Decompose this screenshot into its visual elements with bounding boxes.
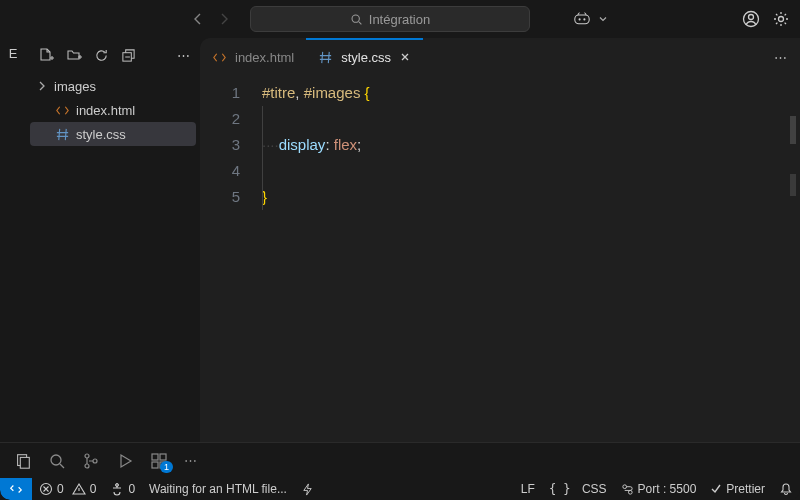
eol-status[interactable]: LF <box>514 478 542 500</box>
css-file-icon <box>54 127 70 142</box>
extensions-icon[interactable]: 1 <box>150 452 168 470</box>
minimap[interactable] <box>790 116 800 226</box>
activity-bar: E <box>0 38 26 442</box>
tab-label: style.css <box>341 50 391 65</box>
ports-status[interactable]: 0 <box>103 478 142 500</box>
title-bar: Intégration <box>0 0 800 38</box>
prettier-status[interactable]: Prettier <box>703 478 772 500</box>
svg-point-6 <box>779 17 784 22</box>
tab-label: index.html <box>235 50 294 65</box>
chevron-down-icon[interactable] <box>598 14 608 24</box>
svg-point-21 <box>628 490 632 494</box>
html-file-icon <box>212 50 227 65</box>
tree-file-style[interactable]: style.css <box>30 122 196 146</box>
language-status[interactable]: { } CSS <box>542 478 614 500</box>
command-center[interactable]: Intégration <box>250 6 530 32</box>
svg-point-11 <box>85 454 89 458</box>
panel-more-icon[interactable]: ⋯ <box>184 453 197 468</box>
svg-point-10 <box>51 455 61 465</box>
code-editor[interactable]: 1 2 3 4 5 #titre, #images { ····display:… <box>200 76 800 210</box>
status-bar: 0 0 0 Waiting for an HTML file... LF { }… <box>0 478 800 500</box>
file-tree: images index.html style.css <box>26 72 200 146</box>
line-gutter: 1 2 3 4 5 <box>200 80 262 210</box>
copilot-icon[interactable] <box>572 11 592 27</box>
tab-index-html[interactable]: index.html <box>200 38 306 76</box>
svg-rect-14 <box>152 454 158 460</box>
new-file-icon[interactable] <box>38 47 54 63</box>
tab-style-css[interactable]: style.css <box>306 38 423 76</box>
tree-item-label: style.css <box>76 127 126 142</box>
svg-point-13 <box>93 459 97 463</box>
action-icon[interactable] <box>294 478 321 500</box>
remote-indicator[interactable] <box>0 478 32 500</box>
svg-point-5 <box>749 15 754 20</box>
files-icon[interactable] <box>14 452 32 470</box>
search-panel-icon[interactable] <box>48 452 66 470</box>
svg-point-0 <box>352 15 359 22</box>
explorer-actions: ⋯ <box>26 38 200 72</box>
nav-back-icon[interactable] <box>190 11 206 27</box>
tree-folder-images[interactable]: images <box>26 74 200 98</box>
svg-point-12 <box>85 464 89 468</box>
svg-rect-9 <box>20 457 29 468</box>
close-icon[interactable] <box>399 51 411 63</box>
search-icon <box>350 13 363 26</box>
svg-rect-17 <box>160 454 166 460</box>
settings-gear-icon[interactable] <box>772 10 790 28</box>
svg-point-2 <box>579 18 581 20</box>
svg-point-3 <box>583 18 585 20</box>
explorer-label[interactable]: E <box>9 46 18 61</box>
editor-area: index.html style.css ⋯ 1 2 3 4 5 #titre,… <box>200 38 800 442</box>
extensions-badge: 1 <box>160 461 173 473</box>
notifications-icon[interactable] <box>772 478 800 500</box>
tree-file-index[interactable]: index.html <box>26 98 200 122</box>
source-control-icon[interactable] <box>82 452 100 470</box>
svg-rect-1 <box>575 15 589 24</box>
collapse-all-icon[interactable] <box>121 48 136 63</box>
refresh-icon[interactable] <box>94 48 109 63</box>
liveserver-status[interactable]: Port : 5500 <box>614 478 704 500</box>
tree-item-label: images <box>54 79 96 94</box>
tab-overflow-icon[interactable]: ⋯ <box>760 38 800 76</box>
nav-forward-icon[interactable] <box>216 11 232 27</box>
svg-point-20 <box>622 484 626 488</box>
code-lines: #titre, #images { ····display: flex; } <box>262 80 370 210</box>
tree-item-label: index.html <box>76 103 135 118</box>
editor-tabs: index.html style.css ⋯ <box>200 38 800 76</box>
chevron-right-icon <box>36 80 48 92</box>
problems-status[interactable]: 0 0 <box>32 478 103 500</box>
run-debug-icon[interactable] <box>116 452 134 470</box>
search-placeholder: Intégration <box>369 12 430 27</box>
account-icon[interactable] <box>742 10 760 28</box>
css-file-icon <box>318 50 333 65</box>
panel-bar: 1 ⋯ <box>0 442 800 478</box>
waiting-status[interactable]: Waiting for an HTML file... <box>142 478 294 500</box>
new-folder-icon[interactable] <box>66 47 82 63</box>
nav-arrows <box>190 11 232 27</box>
explorer-sidebar: ⋯ images index.html style.css <box>26 38 200 442</box>
html-file-icon <box>54 103 70 118</box>
more-icon[interactable]: ⋯ <box>177 48 190 63</box>
svg-rect-15 <box>152 462 158 468</box>
